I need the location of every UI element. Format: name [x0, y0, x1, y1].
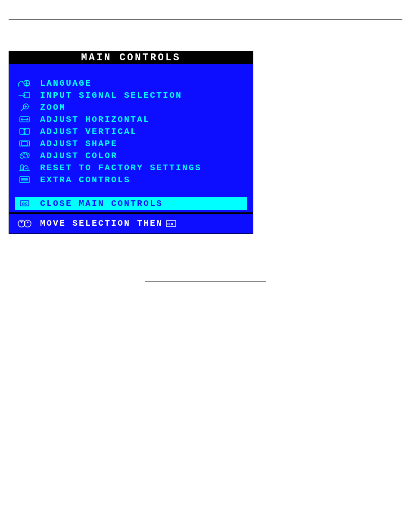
menu-item-adjust-vertical[interactable]: ADJUST VERTICAL [15, 125, 247, 137]
divider-rule [9, 19, 402, 20]
menu-item-adjust-horizontal[interactable]: ADJUST HORIZONTAL [15, 113, 247, 125]
svg-point-10 [26, 154, 27, 155]
hint-text: MOVE SELECTION THEN OK [40, 218, 177, 228]
list-icon [17, 175, 32, 184]
svg-line-3 [21, 108, 24, 111]
palette-icon [17, 151, 32, 160]
menu-label: ADJUST VERTICAL [40, 127, 137, 137]
shape-adjust-icon [17, 139, 32, 148]
osd-menu-list: LANGUAGE INPUT SIGNAL SELECTION [9, 64, 253, 190]
menu-label-selected: CLOSE MAIN CONTROLS [40, 199, 163, 208]
hint-text-content: MOVE SELECTION THEN [40, 218, 163, 228]
menu-label: ADJUST SHAPE [40, 139, 118, 149]
osd-panel: MAIN CONTROLS LANGUAGE [9, 51, 253, 234]
menu-label: ADJUST COLOR [40, 151, 118, 161]
menu-item-input-signal[interactable]: INPUT SIGNAL SELECTION [15, 89, 247, 101]
menu-label: ZOOM [40, 103, 66, 112]
menu-label: EXTRA CONTROLS [40, 175, 131, 185]
input-arrow-icon [17, 90, 32, 100]
svg-point-9 [24, 153, 25, 154]
menu-item-adjust-shape[interactable]: ADJUST SHAPE [15, 137, 247, 149]
menu-label: INPUT SIGNAL SELECTION [40, 90, 182, 100]
osd-title: MAIN CONTROLS [9, 51, 253, 64]
svg-point-8 [22, 155, 22, 156]
svg-text:OK: OK [168, 222, 175, 227]
osd-hint-bar: MOVE SELECTION THEN OK [9, 212, 253, 233]
vert-adjust-icon [17, 127, 32, 136]
menu-item-factory-reset[interactable]: RESET TO FACTORY SETTINGS [15, 162, 247, 174]
menu-label: ADJUST HORIZONTAL [40, 115, 150, 124]
menu-item-adjust-color[interactable]: ADJUST COLOR [15, 149, 247, 162]
menu-item-zoom[interactable]: ZOOM [15, 101, 247, 113]
footer-link-underline [0, 276, 411, 284]
horiz-adjust-icon [17, 115, 32, 124]
menu-item-close-selected[interactable]: OK CLOSE MAIN CONTROLS [15, 197, 247, 210]
svg-point-11 [27, 156, 28, 156]
up-down-icon [17, 219, 32, 228]
menu-label: RESET TO FACTORY SETTINGS [40, 163, 202, 173]
factory-reset-icon [17, 163, 32, 172]
menu-label: LANGUAGE [40, 78, 92, 88]
ok-icon: OK [165, 220, 177, 227]
magnify-icon [17, 103, 32, 112]
svg-text:OK: OK [22, 202, 27, 206]
menu-item-extra-controls[interactable]: EXTRA CONTROLS [15, 174, 247, 186]
globe-hand-icon [17, 78, 32, 88]
footer-link[interactable] [145, 281, 266, 282]
ok-icon: OK [17, 199, 32, 208]
menu-item-language[interactable]: LANGUAGE [15, 77, 247, 89]
